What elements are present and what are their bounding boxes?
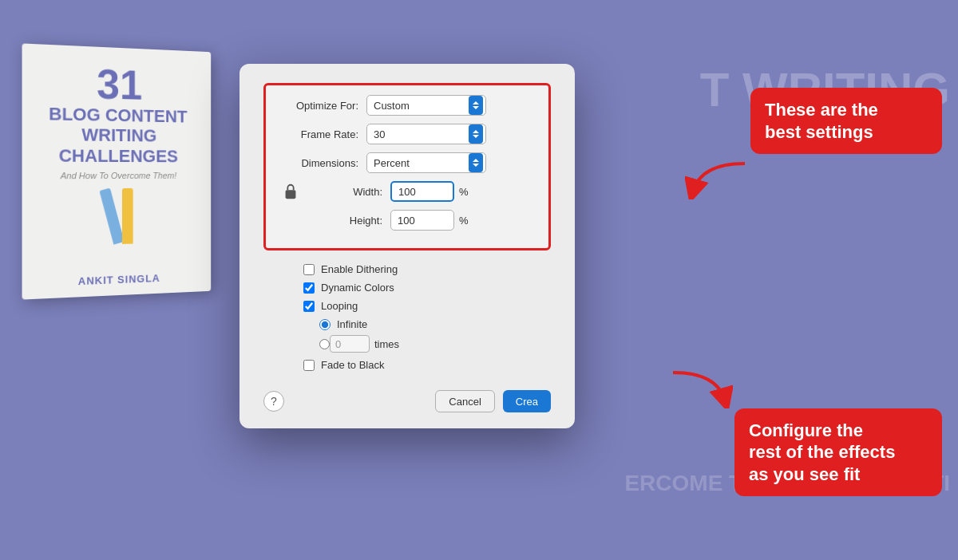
- times-input[interactable]: [330, 335, 370, 353]
- optimize-select-wrapper[interactable]: Custom: [366, 95, 486, 116]
- width-unit: %: [459, 186, 469, 198]
- height-input[interactable]: [390, 210, 454, 231]
- dimensions-select[interactable]: Percent: [366, 152, 486, 173]
- annotation-top: These are the best settings: [750, 88, 942, 154]
- book-title-line2: WRITING: [81, 124, 156, 146]
- enable-dithering-row: Enable Dithering: [271, 263, 543, 275]
- svg-rect-0: [286, 190, 296, 199]
- enable-dithering-label: Enable Dithering: [321, 263, 398, 275]
- height-unit: %: [459, 215, 469, 227]
- frame-rate-row: Frame Rate: 30: [279, 124, 536, 144]
- create-button[interactable]: Crea: [503, 390, 551, 412]
- cancel-button[interactable]: Cancel: [435, 390, 494, 412]
- optimize-select[interactable]: Custom: [366, 95, 486, 116]
- pencil-blue: [99, 187, 124, 244]
- optimize-label: Optimize For:: [279, 100, 366, 112]
- export-dialog: Optimize For: Custom Frame Rate: 30: [240, 64, 575, 428]
- dimensions-row: Dimensions: Percent: [279, 152, 536, 173]
- settings-highlight-box: Optimize For: Custom Frame Rate: 30: [263, 83, 551, 250]
- book-title-line3: CHALLENGES: [59, 145, 178, 166]
- lock-icon: [283, 183, 299, 200]
- times-row: times: [271, 335, 543, 353]
- height-label: Height:: [303, 215, 390, 227]
- checkboxes-section: Enable Dithering Dynamic Colors Looping …: [263, 263, 551, 371]
- infinite-radio[interactable]: [319, 319, 331, 330]
- book-author: ANKIT SINGLA: [78, 272, 160, 287]
- pencil-yellow: [122, 188, 133, 244]
- dialog-footer: ? Cancel Crea: [263, 384, 551, 412]
- looping-label: Looping: [321, 300, 358, 312]
- help-button[interactable]: ?: [263, 391, 284, 412]
- looping-checkbox[interactable]: [303, 301, 315, 312]
- book-number: 31: [97, 63, 142, 106]
- lock-icon-wrap: [279, 183, 303, 200]
- annotation-bottom: Configure the rest of the effects as you…: [734, 408, 942, 497]
- times-label: times: [374, 338, 399, 350]
- dynamic-colors-checkbox[interactable]: [303, 282, 315, 294]
- book-cover: 31 BLOG CONTENT WRITING CHALLENGES And H…: [22, 43, 212, 299]
- fade-to-black-checkbox[interactable]: [303, 360, 315, 371]
- infinite-label: Infinite: [337, 318, 367, 330]
- width-input[interactable]: [390, 181, 454, 202]
- book-pencils: [106, 188, 133, 245]
- dimensions-select-wrapper[interactable]: Percent: [366, 152, 486, 173]
- width-row: Width: %: [279, 181, 536, 202]
- book-subtitle: And How To Overcome Them!: [61, 171, 176, 180]
- times-radio[interactable]: [319, 339, 330, 349]
- frame-rate-label: Frame Rate:: [279, 128, 366, 140]
- dynamic-colors-row: Dynamic Colors: [271, 282, 543, 294]
- fade-to-black-row: Fade to Black: [271, 359, 543, 371]
- infinite-row: Infinite: [271, 318, 543, 330]
- looping-row: Looping: [271, 300, 543, 312]
- width-label: Width:: [303, 186, 390, 198]
- dimensions-label: Dimensions:: [279, 157, 366, 169]
- book-title-line1: BLOG CONTENT: [49, 104, 187, 127]
- enable-dithering-checkbox[interactable]: [303, 264, 315, 275]
- optimize-row: Optimize For: Custom: [279, 95, 536, 116]
- fade-to-black-label: Fade to Black: [321, 359, 385, 371]
- dynamic-colors-label: Dynamic Colors: [321, 282, 394, 294]
- frame-rate-select-wrapper[interactable]: 30: [366, 124, 486, 144]
- height-row: Height: %: [279, 210, 536, 231]
- frame-rate-select[interactable]: 30: [366, 124, 486, 144]
